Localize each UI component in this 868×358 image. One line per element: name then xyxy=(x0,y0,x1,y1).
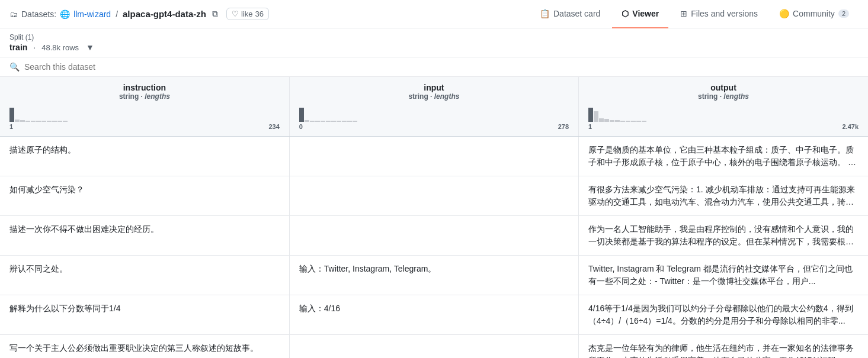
table-row: 写一个关于主人公必须做出重要职业决定的第三人称叙述的短故事。杰克是一位年轻有为的… xyxy=(0,335,868,359)
tab-dataset-card[interactable]: 📋 Dataset card xyxy=(530,0,610,28)
cell-output-5: 杰克是一位年轻有为的律师，他生活在纽约市，并在一家知名的法律事务所工作。杰克的生… xyxy=(579,335,868,359)
cell-text-output-2: 作为一名人工智能助手，我是由程序控制的，没有感情和个人意识，我的一切决策都是基于… xyxy=(588,223,859,248)
nav-tabs: 📋 Dataset card ⬡ Viewer ⊞ Files and vers… xyxy=(530,0,859,28)
community-icon: 🟡 xyxy=(779,9,789,18)
cell-text-instruction-0: 描述原子的结构。 xyxy=(9,144,280,156)
cell-output-2: 作为一名人工智能助手，我是由程序控制的，没有感情和个人意识，我的一切决策都是基于… xyxy=(579,216,868,256)
cell-input-1 xyxy=(289,176,578,216)
split-section: Split (1) train · 48.8k rows ▼ xyxy=(0,28,868,57)
separator: / xyxy=(116,9,118,19)
cell-instruction-3: 辨认不同之处。 xyxy=(0,256,289,295)
cell-text-input-4: 输入：4/16 xyxy=(299,302,569,315)
table-body: 描述原子的结构。原子是物质的基本单位，它由三种基本粒子组成：质子、中子和电子。质… xyxy=(0,137,868,359)
cell-text-input-3: 输入：Twitter, Instagram, Telegram。 xyxy=(299,263,569,275)
split-name: train xyxy=(9,43,27,52)
files-label: Files and versions xyxy=(691,9,758,18)
heart-icon: ♡ xyxy=(232,9,239,18)
col-name-output: output xyxy=(588,83,859,92)
cell-text-output-4: 4/16等于1/4是因为我们可以约分子分母都除以他们的最大公约数4，得到（4÷4… xyxy=(588,302,859,327)
hist-min-output: 1 xyxy=(588,123,592,130)
cell-input-4: 输入：4/16 xyxy=(289,295,578,335)
cell-text-output-1: 有很多方法来减少空气污染：1. 减少机动车排放：通过支持可再生能源来驱动的交通工… xyxy=(588,183,859,208)
col-name-input: input xyxy=(299,83,569,92)
cell-text-output-3: Twitter, Instagram 和 Telegram 都是流行的社交媒体平… xyxy=(588,263,859,288)
card-icon: 📋 xyxy=(540,9,550,18)
datasets-label: Datasets: xyxy=(21,9,56,19)
search-input[interactable] xyxy=(24,62,202,72)
tab-files[interactable]: ⊞ Files and versions xyxy=(671,0,767,28)
histogram-output xyxy=(588,105,859,122)
header-instruction: instruction string · lengths 1 234 xyxy=(0,77,289,137)
org-icon: 🌐 xyxy=(60,9,70,19)
cell-text-output-0: 原子是物质的基本单位，它由三种基本粒子组成：质子、中子和电子。质子和中子形成原子… xyxy=(588,144,859,169)
cell-output-4: 4/16等于1/4是因为我们可以约分子分母都除以他们的最大公约数4，得到（4÷4… xyxy=(579,295,868,335)
datasets-icon: 🗂 xyxy=(9,9,18,19)
histogram-input xyxy=(299,105,569,122)
community-badge: 2 xyxy=(838,9,849,18)
header: 🗂 Datasets: 🌐 llm-wizard / alpaca-gpt4-d… xyxy=(0,0,868,28)
col-type-output: string · lengths xyxy=(588,92,859,101)
split-rows: 48.8k rows xyxy=(41,43,79,52)
cell-input-3: 输入：Twitter, Instagram, Telegram。 xyxy=(289,256,578,295)
cell-text-instruction-1: 如何减少空气污染？ xyxy=(9,183,280,196)
cell-output-1: 有很多方法来减少空气污染：1. 减少机动车排放：通过支持可再生能源来驱动的交通工… xyxy=(579,176,868,216)
like-count: 36 xyxy=(255,9,263,18)
breadcrumb: 🗂 Datasets: 🌐 llm-wizard / alpaca-gpt4-d… xyxy=(9,8,530,20)
hist-max-instruction: 234 xyxy=(268,123,279,130)
table-row: 如何减少空气污染？有很多方法来减少空气污染：1. 减少机动车排放：通过支持可再生… xyxy=(0,176,868,216)
search-section: 🔍 xyxy=(0,57,868,77)
hist-max-input: 278 xyxy=(558,123,569,130)
table-row: 辨认不同之处。输入：Twitter, Instagram, Telegram。T… xyxy=(0,256,868,295)
table-row: 解释为什么以下分数等同于1/4输入：4/164/16等于1/4是因为我们可以约分… xyxy=(0,295,868,335)
table-row: 描述一次你不得不做出困难决定的经历。作为一名人工智能助手，我是由程序控制的，没有… xyxy=(0,216,868,256)
split-dropdown[interactable]: train · 48.8k rows ▼ xyxy=(9,43,94,52)
like-button[interactable]: ♡ like 36 xyxy=(226,8,269,20)
tab-viewer[interactable]: ⬡ Viewer xyxy=(612,0,668,28)
header-output: output string · lengths 1 2.47k xyxy=(579,77,868,137)
cell-text-instruction-4: 解释为什么以下分数等同于1/4 xyxy=(9,302,280,315)
table-header: instruction string · lengths 1 234 input… xyxy=(0,77,868,137)
col-type-input: string · lengths xyxy=(299,92,569,101)
header-input: input string · lengths 0 278 xyxy=(289,77,578,137)
cell-instruction-4: 解释为什么以下分数等同于1/4 xyxy=(0,295,289,335)
table-row: 描述原子的结构。原子是物质的基本单位，它由三种基本粒子组成：质子、中子和电子。质… xyxy=(0,137,868,176)
histogram-instruction xyxy=(9,105,280,122)
cell-instruction-0: 描述原子的结构。 xyxy=(0,137,289,176)
cell-text-instruction-3: 辨认不同之处。 xyxy=(9,263,280,275)
tab-community[interactable]: 🟡 Community 2 xyxy=(770,0,859,28)
cell-text-instruction-5: 写一个关于主人公必须做出重要职业决定的第三人称叙述的短故事。 xyxy=(9,342,280,354)
like-label: like xyxy=(241,9,253,18)
copy-icon[interactable]: ⧉ xyxy=(212,9,218,19)
community-label: Community xyxy=(793,9,835,18)
hist-range-output: 1 2.47k xyxy=(588,123,859,130)
cell-text-instruction-2: 描述一次你不得不做出困难决定的经历。 xyxy=(9,223,280,236)
col-name-instruction: instruction xyxy=(9,83,280,92)
org-name[interactable]: llm-wizard xyxy=(73,9,111,19)
cell-instruction-2: 描述一次你不得不做出困难决定的经历。 xyxy=(0,216,289,256)
cell-text-output-5: 杰克是一位年轻有为的律师，他生活在纽约市，并在一家知名的法律事务所工作。杰克的生… xyxy=(588,342,859,358)
hist-min-instruction: 1 xyxy=(9,123,13,130)
hist-min-input: 0 xyxy=(299,123,303,130)
viewer-icon: ⬡ xyxy=(622,9,629,18)
cell-input-0 xyxy=(289,137,578,176)
files-icon: ⊞ xyxy=(680,9,687,18)
data-table: instruction string · lengths 1 234 input… xyxy=(0,77,868,358)
cell-input-5 xyxy=(289,335,578,359)
hist-range-instruction: 1 234 xyxy=(9,123,280,130)
cell-input-2 xyxy=(289,216,578,256)
viewer-label: Viewer xyxy=(632,9,659,18)
cell-instruction-1: 如何减少空气污染？ xyxy=(0,176,289,216)
split-heading: Split (1) xyxy=(9,33,859,41)
hist-max-output: 2.47k xyxy=(842,123,859,130)
hist-range-input: 0 278 xyxy=(299,123,569,130)
cell-instruction-5: 写一个关于主人公必须做出重要职业决定的第三人称叙述的短故事。 xyxy=(0,335,289,359)
table-wrapper: instruction string · lengths 1 234 input… xyxy=(0,77,868,358)
dataset-card-label: Dataset card xyxy=(553,9,600,18)
dropdown-chevron-icon: ▼ xyxy=(86,43,94,52)
repo-name[interactable]: alpaca-gpt4-data-zh xyxy=(123,9,206,19)
cell-output-0: 原子是物质的基本单位，它由三种基本粒子组成：质子、中子和电子。质子和中子形成原子… xyxy=(579,137,868,176)
cell-output-3: Twitter, Instagram 和 Telegram 都是流行的社交媒体平… xyxy=(579,256,868,295)
col-type-instruction: string · lengths xyxy=(9,92,280,101)
search-icon: 🔍 xyxy=(9,62,20,72)
